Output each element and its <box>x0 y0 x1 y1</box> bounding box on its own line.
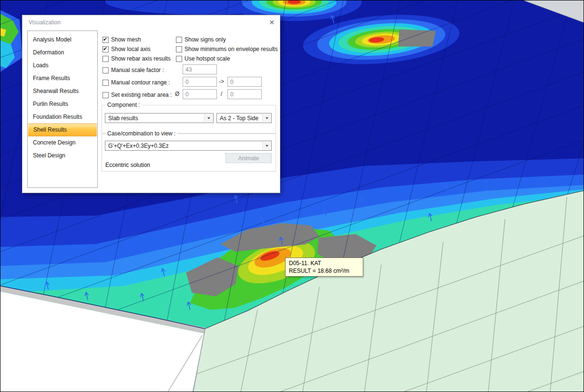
sidebar-item-shearwall-results[interactable]: Shearwall Results <box>28 85 97 98</box>
checkbox-label: Show local axis <box>111 46 151 52</box>
checkbox-show-signs-only[interactable]: Show signs only <box>176 36 226 43</box>
sidebar-item-frame-results[interactable]: Frame Results <box>28 72 97 85</box>
checkbox-label: Set existing rebar area : <box>111 92 172 98</box>
range-arrow-label: -> <box>219 78 224 85</box>
result-tooltip: D05-11. KAT RESULT = 18.68 cm²/m <box>285 258 363 277</box>
checkbox-label: Show mesh <box>111 36 141 43</box>
checkbox-box <box>176 37 182 43</box>
checkbox-label: Show minimums on envelope results <box>184 46 277 52</box>
checkbox-box <box>102 80 109 86</box>
component-select[interactable]: Slab results <box>105 113 214 123</box>
component-group: Component : Slab results As 2 - Top Side <box>102 105 276 134</box>
checkbox-manual-scale-factor[interactable]: Manual scale factor : <box>102 66 164 74</box>
checkbox-label: Manual scale factor : <box>111 67 164 73</box>
checkbox-box <box>102 92 109 98</box>
checkbox-box <box>176 56 182 62</box>
sidebar-item-purlin-results[interactable]: Purlin Results <box>28 98 97 111</box>
side-select[interactable]: As 2 - Top Side <box>216 113 272 123</box>
tooltip-result-value: RESULT = 18.68 cm²/m <box>289 267 359 275</box>
sidebar-item-deformation[interactable]: Deformation <box>28 46 97 59</box>
side-select-value: As 2 - Top Side <box>220 115 258 122</box>
checkbox-label: Show rebar axis results <box>111 55 171 62</box>
close-icon[interactable]: ✕ <box>266 18 277 27</box>
slash-label: / <box>221 91 222 97</box>
checkbox-show-local-axis[interactable]: Show local axis <box>102 45 151 53</box>
chevron-down-icon <box>204 114 213 122</box>
chevron-down-icon <box>262 142 271 150</box>
visualization-dialog: Visualization ✕ Analysis Model Deformati… <box>22 15 280 193</box>
animate-button[interactable]: Animate <box>225 153 272 163</box>
checkbox-box <box>176 46 182 52</box>
checkbox-show-mesh[interactable]: Show mesh <box>102 36 141 43</box>
checkbox-box <box>102 56 109 62</box>
checkbox-use-hotspot-scale[interactable]: Use hotspot scale <box>176 55 230 62</box>
checkbox-box <box>102 67 109 73</box>
component-select-value: Slab results <box>108 115 138 122</box>
contour-max-input[interactable] <box>227 77 262 87</box>
case-group-title: Case/combination to view : <box>105 130 177 137</box>
sidebar-item-shell-results[interactable]: Shell Results <box>28 124 97 136</box>
checkbox-box <box>102 37 109 43</box>
sidebar-item-foundation-results[interactable]: Foundation Results <box>28 111 97 124</box>
dialog-titlebar[interactable]: Visualization ✕ <box>22 15 280 30</box>
sidebar-item-steel-design[interactable]: Steel Design <box>28 149 97 162</box>
case-select[interactable]: G'+Q'+Ex+0.3Ey+0.3Ez <box>105 141 272 151</box>
checkbox-show-rebar-axis-results[interactable]: Show rebar axis results <box>102 55 171 62</box>
chevron-down-icon <box>262 114 271 122</box>
category-list: Analysis Model Deformation Loads Frame R… <box>27 31 98 188</box>
dialog-title: Visualization <box>29 15 61 30</box>
sidebar-item-concrete-design[interactable]: Concrete Design <box>28 136 97 149</box>
tooltip-element-id: D05-11. KAT <box>289 259 359 267</box>
checkbox-box <box>102 46 109 52</box>
diameter-sign-label: Ø <box>175 91 179 97</box>
eccentric-solution-note: Eccentric solution <box>105 162 150 168</box>
application-viewport: D05-11. KAT RESULT = 18.68 cm²/m Visuali… <box>0 0 584 392</box>
checkbox-show-minimums[interactable]: Show minimums on envelope results <box>176 45 277 53</box>
rebar-spacing-input[interactable] <box>227 89 262 99</box>
sidebar-item-analysis-model[interactable]: Analysis Model <box>28 33 97 46</box>
sidebar-item-loads[interactable]: Loads <box>28 59 97 72</box>
case-select-value: G'+Q'+Ex+0.3Ey+0.3Ez <box>108 143 169 149</box>
checkbox-label: Show signs only <box>184 36 226 43</box>
checkbox-manual-contour-range[interactable]: Manual contour range : <box>102 79 170 86</box>
checkbox-label: Manual contour range : <box>111 79 170 86</box>
checkbox-set-existing-rebar-area[interactable]: Set existing rebar area : <box>102 91 172 99</box>
case-group: Case/combination to view : G'+Q'+Ex+0.3E… <box>102 134 276 172</box>
scale-factor-input[interactable] <box>183 64 217 74</box>
checkbox-label: Use hotspot scale <box>184 55 230 62</box>
rebar-diameter-input[interactable] <box>183 89 217 99</box>
contour-min-input[interactable] <box>183 77 217 87</box>
component-group-title: Component : <box>105 102 142 108</box>
